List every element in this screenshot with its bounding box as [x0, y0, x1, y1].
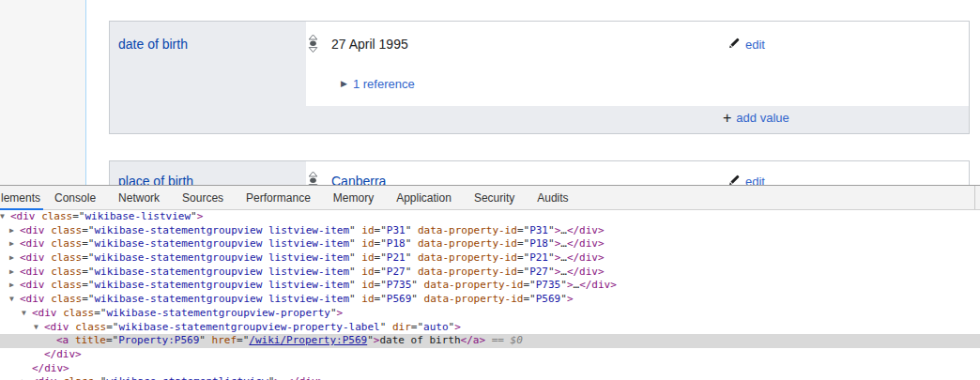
syntax-token: class: [51, 293, 82, 305]
references-toggle[interactable]: ▶ 1 reference: [341, 77, 415, 91]
syntax-token: >: [337, 307, 344, 319]
syntax-token: class: [51, 251, 82, 264]
tab-bar-divider: [974, 186, 975, 209]
syntax-token: =": [375, 237, 387, 250]
syntax-token: <a: [56, 334, 69, 346]
syntax-token: >: [567, 279, 574, 291]
syntax-token: >: [454, 321, 461, 333]
tab-console[interactable]: Console: [43, 186, 107, 209]
devtools-tree-row[interactable]: </div>: [0, 362, 980, 376]
syntax-token: ": [330, 307, 337, 319]
tab-memory[interactable]: Memory: [322, 186, 385, 209]
expand-arrow-icon[interactable]: ▶: [9, 266, 20, 280]
syntax-token: wikibase-statementgroupview listview-ite…: [95, 293, 350, 305]
expand-arrow-icon[interactable]: ▶: [9, 237, 20, 251]
pencil-icon: [728, 174, 741, 185]
syntax-token: ": [191, 210, 197, 222]
syntax-token: wikibase-statementgroupview-property: [107, 307, 330, 319]
edit-button[interactable]: edit: [728, 174, 765, 185]
syntax-token: data-property-id: [424, 279, 524, 291]
syntax-token: <div: [20, 224, 45, 236]
syntax-token: ": [199, 334, 206, 346]
tab-performance[interactable]: Performance: [235, 186, 322, 209]
syntax-token: ": [411, 293, 418, 305]
syntax-token: wikibase-statementgroupview listview-ite…: [95, 224, 350, 236]
syntax-token: id: [361, 251, 374, 264]
tab-security[interactable]: Security: [463, 186, 526, 209]
add-value-button[interactable]: + add value: [723, 111, 789, 125]
rank-selector-icon[interactable]: [308, 171, 318, 185]
syntax-token: [418, 293, 424, 305]
syntax-token: </div>: [567, 266, 605, 278]
syntax-token: id: [361, 266, 374, 278]
devtools-tree-row[interactable]: ▶<div class="wikibase-statementgroupview…: [0, 251, 980, 266]
syntax-token: P735: [536, 279, 561, 291]
tab-sources[interactable]: Sources: [171, 186, 235, 209]
devtools-tree-row[interactable]: ▼<div class="wikibase-listview">: [0, 210, 980, 224]
devtools-tree-row[interactable]: ▼<div class="wikibase-statementgroupview…: [0, 307, 980, 321]
syntax-token: P18: [387, 237, 406, 250]
wikidata-page: date of birth 27 April 1995 edit: [0, 0, 980, 185]
attribute-value-link[interactable]: /wiki/Property:P569: [249, 334, 367, 346]
tab-application[interactable]: Application: [385, 186, 463, 209]
devtools-tree-row[interactable]: ▼<div class="wikibase-statementgroupview…: [0, 321, 980, 335]
syntax-token: ": [548, 251, 555, 264]
tab-lements[interactable]: lements: [0, 186, 43, 209]
devtools-tree-row[interactable]: <a title="Property:P569" href="/wiki/Pro…: [0, 334, 980, 348]
property-cell: place of birth: [110, 161, 306, 185]
syntax-token: =": [375, 293, 387, 305]
collapse-arrow-icon[interactable]: ▼: [9, 293, 20, 307]
collapse-arrow-icon[interactable]: ▼: [22, 307, 32, 321]
statement-group-p19: place of birth Canberra e: [109, 160, 970, 185]
pencil-icon: [728, 37, 741, 52]
devtools-tree-row[interactable]: ▶<div class="wikibase-statementgroupview…: [0, 237, 980, 251]
syntax-token: == $0: [485, 334, 523, 346]
expand-arrow-icon[interactable]: ▶: [9, 279, 20, 293]
devtools-tree-row[interactable]: </div>: [0, 348, 980, 362]
expand-arrow-icon[interactable]: ▶: [9, 224, 20, 238]
syntax-token: data-property-id: [418, 251, 517, 264]
syntax-token: <div: [32, 375, 57, 380]
edit-button[interactable]: edit: [728, 37, 765, 52]
devtools-tree-row[interactable]: ▼<div class="wikibase-statementgroupview…: [0, 293, 980, 307]
syntax-token: =": [411, 321, 423, 333]
devtools-tree-row[interactable]: ▶<div class="wikibase-statementgroupview…: [0, 279, 980, 293]
property-label-link[interactable]: place of birth: [118, 174, 193, 185]
syntax-token: [411, 251, 418, 264]
syntax-token: …: [560, 237, 567, 250]
syntax-token: [206, 334, 212, 346]
devtools-tree-row[interactable]: ▶<div class="wikibase-statementlistview"…: [0, 375, 980, 380]
syntax-token: ": [349, 237, 356, 250]
collapse-arrow-icon[interactable]: ▼: [34, 321, 44, 335]
syntax-token: <div: [32, 307, 57, 319]
syntax-token: P21: [387, 251, 406, 264]
syntax-token: ": [349, 224, 356, 236]
rank-selector-icon[interactable]: [308, 34, 318, 53]
syntax-token: =": [94, 375, 106, 380]
statement-value: 27 April 1995: [331, 37, 408, 52]
syntax-token: wikibase-statementgroupview-property-lab…: [119, 321, 380, 333]
syntax-token: ": [349, 279, 356, 291]
syntax-token: <div: [20, 293, 45, 305]
syntax-token: =": [82, 266, 94, 278]
syntax-token: wikibase-statementgroupview listview-ite…: [95, 279, 350, 291]
syntax-token: ": [411, 279, 418, 291]
property-label-link[interactable]: date of birth: [118, 37, 188, 52]
devtools-tree-row[interactable]: ▶<div class="wikibase-statementgroupview…: [0, 266, 980, 280]
syntax-token: =": [517, 251, 529, 264]
expand-arrow-icon[interactable]: ▶: [22, 375, 32, 380]
tab-network[interactable]: Network: [107, 186, 171, 209]
syntax-token: =": [106, 321, 118, 333]
statement-value-link[interactable]: Canberra: [331, 174, 386, 185]
syntax-token: [411, 237, 418, 250]
expand-arrow-icon[interactable]: ▶: [9, 251, 20, 266]
tab-audits[interactable]: Audits: [526, 186, 579, 209]
collapsed-arrow-icon: ▶: [341, 80, 347, 88]
syntax-token: >: [274, 375, 281, 380]
syntax-token: =": [517, 266, 529, 278]
syntax-token: ": [548, 237, 555, 250]
screenshot-root: date of birth 27 April 1995 edit: [0, 0, 980, 380]
collapse-arrow-icon[interactable]: ▼: [0, 210, 10, 224]
devtools-tree-row[interactable]: ▶<div class="wikibase-statementgroupview…: [0, 224, 980, 238]
syntax-token: P27: [387, 266, 406, 278]
